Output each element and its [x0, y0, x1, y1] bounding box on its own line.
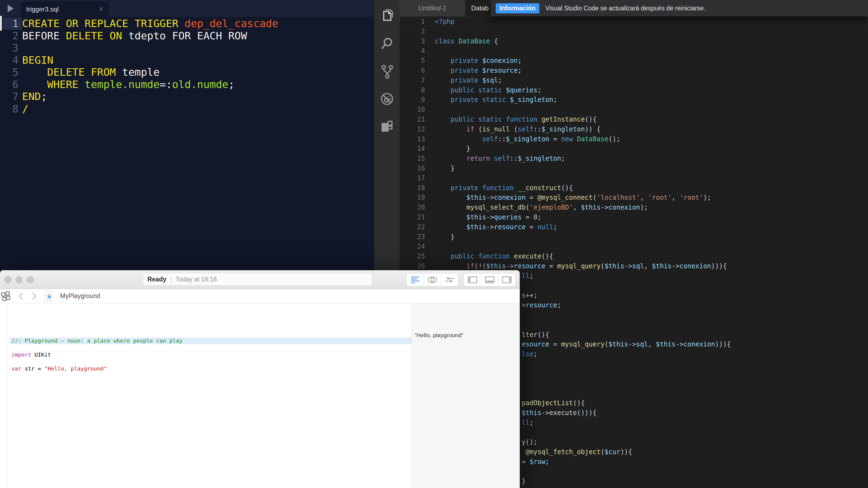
- code-line: 3: [3, 42, 377, 54]
- code-line: var str = "Hello, playground": [10, 365, 412, 372]
- code-line: 19 $this->conexion = @mysql_connect('loc…: [400, 193, 868, 203]
- code-line: 7END;: [3, 90, 377, 103]
- code-line: 7 private $sql;: [400, 76, 868, 86]
- version-editor-button[interactable]: [441, 274, 458, 286]
- code-line: 18 private function __construct(){: [400, 183, 868, 193]
- jump-bar-file-name[interactable]: MyPlayground: [60, 293, 100, 300]
- code-line: [10, 358, 412, 365]
- code-line: 20 mysql_select_db('ejemploBD', $this->c…: [400, 203, 868, 213]
- xcode-playground-window: Ready | Today at 18:16: [0, 270, 520, 488]
- code-line: 11 public static function getInstance(){: [400, 115, 868, 125]
- swift-file-icon: [44, 291, 53, 301]
- close-window-icon[interactable]: [4, 276, 11, 283]
- status-time: Today at 18:16: [176, 276, 217, 283]
- sql-code-area[interactable]: 1CREATE OR REPLACE TRIGGER dep_del_casca…: [0, 18, 377, 115]
- status-separator: |: [170, 276, 172, 283]
- swift-code-area[interactable]: //: Playground – noun: a place where peo…: [10, 337, 412, 372]
- zoom-window-icon[interactable]: [27, 276, 34, 283]
- title-bar[interactable]: Ready | Today at 18:16: [0, 270, 520, 289]
- code-line: 3class DataBase {: [400, 37, 868, 47]
- code-line: 26 if(!($this->resource = mysql_query($t…: [400, 262, 868, 271]
- search-icon[interactable]: [380, 36, 394, 51]
- code-line: 8 public static $queries;: [400, 86, 868, 95]
- close-tab-icon[interactable]: ×: [99, 5, 103, 13]
- code-line: 16 }: [400, 164, 868, 174]
- toggle-inspectors-panel-button[interactable]: [498, 274, 516, 286]
- panel-toggle-segmented-control: [464, 273, 516, 286]
- code-line: 9 private static $_singleton;: [400, 95, 868, 105]
- gutter-divider: [7, 303, 7, 488]
- assistant-editor-button[interactable]: [424, 274, 441, 286]
- code-line: 17: [400, 174, 868, 183]
- tab-title: trigger3.sql: [26, 5, 59, 13]
- result-value: "Hello, playground": [414, 332, 463, 339]
- minimize-window-icon[interactable]: [16, 276, 23, 283]
- code-line: 2: [400, 27, 868, 37]
- code-line: 21 $this->queries = 0;: [400, 213, 868, 222]
- code-line: 15 return self::$_singleton;: [400, 154, 868, 164]
- desktop: trigger3.sql × 1CREATE OR REPLACE TRIGGE…: [0, 0, 868, 488]
- toggle-debug-area-button[interactable]: [481, 274, 498, 286]
- go-forward-icon[interactable]: [31, 292, 37, 301]
- code-line: 5 DELETE FROM temple: [3, 66, 377, 79]
- code-line: 6 WHERE temple.numde=:old.numde;: [3, 79, 377, 91]
- code-line: 5 private $conexion;: [400, 56, 868, 66]
- update-notification[interactable]: Información Visual Studio Code se actual…: [491, 0, 868, 17]
- code-line: 22 $this->resource = null;: [400, 222, 868, 232]
- explorer-files-icon[interactable]: [380, 8, 394, 22]
- extensions-icon[interactable]: [380, 119, 394, 133]
- code-line: 12 if (is_null (self::$_singleton)) {: [400, 125, 868, 134]
- toggle-navigator-panel-button[interactable]: [464, 274, 481, 286]
- code-line: 24: [400, 242, 868, 252]
- code-line: 2BEFORE DELETE ON tdepto FOR EACH ROW: [3, 30, 377, 42]
- code-line: 10: [400, 105, 868, 115]
- notification-message: Visual Studio Code se actualizará despué…: [546, 5, 706, 12]
- go-back-icon[interactable]: [18, 292, 24, 301]
- code-line: 1<?php: [400, 17, 868, 27]
- code-line: 8/: [3, 103, 377, 115]
- tab-label: Datab: [471, 4, 489, 12]
- tab-trigger3-sql[interactable]: trigger3.sql ×: [21, 1, 109, 17]
- code-line: 14 }: [400, 144, 868, 154]
- playground-results-sidebar: "Hello, playground": [412, 303, 520, 488]
- related-items-icon[interactable]: [1, 291, 11, 301]
- activity-status-view: Ready | Today at 18:16: [143, 273, 372, 285]
- debug-icon[interactable]: [380, 92, 394, 106]
- code-line: 4: [400, 46, 868, 56]
- tab-label: Untitled-1: [418, 4, 446, 12]
- standard-editor-button[interactable]: [407, 274, 424, 286]
- code-line: import UIKit: [10, 352, 412, 358]
- editor-mode-segmented-control: [406, 273, 458, 286]
- status-text: Ready: [148, 276, 166, 283]
- jump-bar: MyPlayground: [0, 289, 520, 303]
- code-line: 13 self::$_singleton = new DataBase();: [400, 134, 868, 144]
- tab-untitled-1[interactable]: Untitled-1: [400, 0, 465, 17]
- code-line: 1CREATE OR REPLACE TRIGGER dep_del_casca…: [3, 18, 377, 30]
- code-line: 4BEGIN: [3, 54, 377, 66]
- code-line: [10, 344, 412, 351]
- play-triangle-icon[interactable]: [8, 5, 14, 12]
- background-window-sliver: [0, 16, 2, 31]
- code-line: //: Playground – noun: a place where peo…: [10, 337, 412, 344]
- notification-badge: Información: [496, 3, 539, 13]
- sql-editor-tab-bar: trigger3.sql ×: [0, 0, 374, 17]
- code-line: 6 private $resource;: [400, 66, 868, 76]
- source-control-git-icon[interactable]: [380, 64, 394, 79]
- code-line: 25 public function execute(){: [400, 252, 868, 262]
- code-line: 23 }: [400, 232, 868, 242]
